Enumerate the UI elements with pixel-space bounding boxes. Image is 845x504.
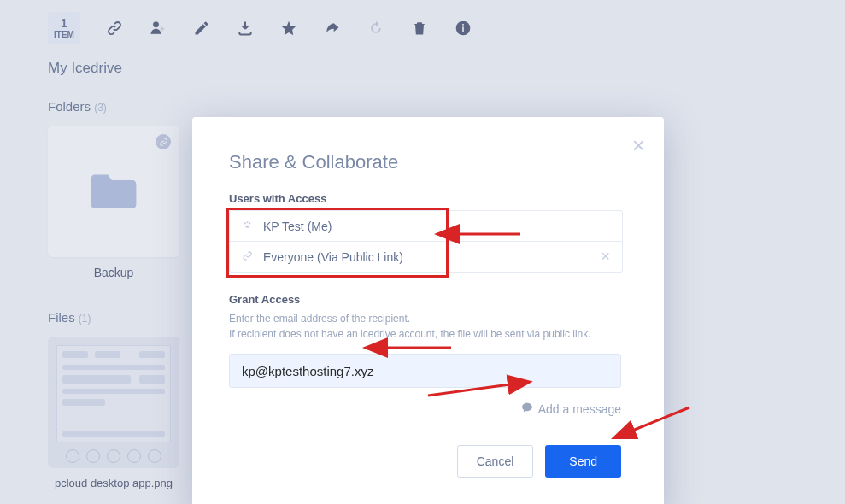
folder-icon — [91, 171, 137, 212]
access-row-label: KP Test (Me) — [263, 220, 332, 233]
star-icon[interactable] — [279, 19, 298, 38]
link-icon[interactable] — [105, 19, 124, 38]
cancel-button[interactable]: Cancel — [457, 445, 534, 478]
access-row-public: Everyone (Via Public Link) × — [230, 241, 622, 272]
svg-point-5 — [249, 222, 250, 224]
access-row-owner: KP Test (Me) — [230, 211, 622, 241]
file-card[interactable] — [48, 337, 179, 468]
recipient-email-input[interactable] — [229, 354, 621, 388]
svg-point-6 — [245, 225, 249, 227]
svg-rect-1 — [462, 26, 464, 32]
svg-point-4 — [246, 221, 248, 223]
grant-access-description: Enter the email address of the recipient… — [229, 311, 621, 342]
thumb-meta-row — [56, 449, 171, 463]
send-button[interactable]: Send — [545, 445, 621, 478]
paw-icon — [242, 220, 253, 233]
breadcrumb[interactable]: My Icedrive — [0, 53, 845, 92]
close-button[interactable]: × — [632, 134, 645, 156]
add-user-icon[interactable] — [149, 19, 167, 38]
history-icon[interactable] — [367, 19, 385, 38]
access-row-label: Everyone (Via Public Link) — [263, 250, 403, 264]
selection-count-badge: 1 ITEM — [48, 12, 80, 44]
selection-count-label: ITEM — [48, 30, 80, 39]
selection-count-number: 1 — [48, 17, 80, 30]
folders-label: Folders (3) — [48, 99, 797, 114]
edit-icon[interactable] — [192, 19, 211, 38]
link-icon — [242, 250, 253, 264]
toolbar: 1 ITEM — [0, 0, 845, 53]
file-thumbnail — [56, 345, 171, 442]
share-modal: × Share & Collaborate Users with Access … — [192, 117, 664, 504]
modal-actions: Cancel Send — [229, 445, 621, 478]
message-icon — [521, 401, 533, 416]
add-message-link[interactable]: Add a message — [229, 401, 621, 416]
grant-access-label: Grant Access — [229, 293, 621, 306]
trash-icon[interactable] — [410, 19, 429, 38]
remove-access-button[interactable]: × — [601, 248, 610, 266]
users-with-access-label: Users with Access — [229, 192, 621, 205]
svg-point-3 — [244, 222, 246, 224]
shared-link-badge-icon — [156, 134, 171, 149]
folder-name: Backup — [48, 266, 179, 279]
share-icon[interactable] — [323, 19, 342, 38]
file-name: pcloud desktop app.png — [48, 477, 179, 490]
folder-card[interactable] — [48, 126, 179, 257]
modal-title: Share & Collaborate — [229, 151, 621, 173]
info-icon[interactable] — [454, 19, 472, 38]
svg-rect-2 — [462, 24, 464, 26]
download-icon[interactable] — [236, 19, 255, 38]
access-list: KP Test (Me) Everyone (Via Public Link) … — [229, 210, 621, 273]
